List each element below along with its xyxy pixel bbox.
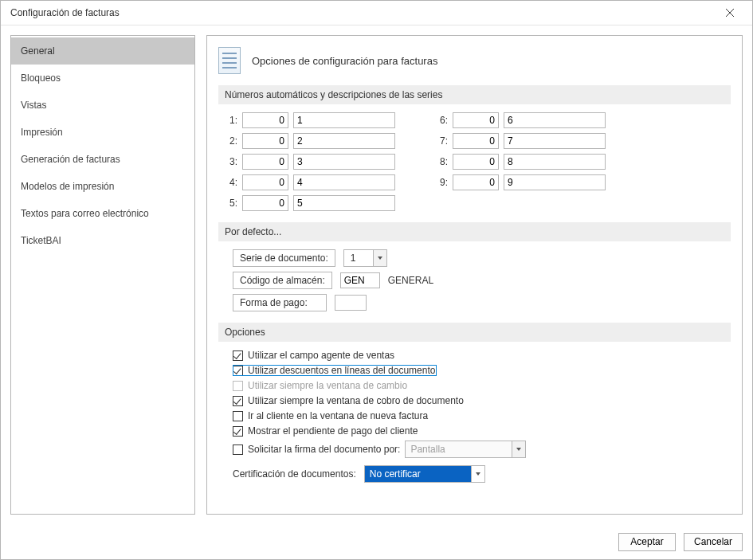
option-solicitar-firma[interactable]: Solicitar la firma del documento por: bbox=[233, 444, 400, 455]
option-label: Utilizar siempre la ventana de cambio bbox=[248, 380, 407, 391]
series-num-8[interactable] bbox=[453, 154, 499, 170]
option-label: Ir al cliente en la ventana de nueva fac… bbox=[248, 410, 428, 421]
chevron-down-icon bbox=[471, 466, 484, 482]
series-label-3: 3: bbox=[223, 156, 237, 167]
cert-value: No certificar bbox=[365, 466, 471, 482]
chevron-down-icon bbox=[512, 441, 525, 457]
series-grid: 1: 2: 3: 4: bbox=[218, 112, 731, 222]
sidebar-item-bloqueos[interactable]: Bloqueos bbox=[11, 65, 194, 92]
series-num-7[interactable] bbox=[453, 133, 499, 149]
series-row-8: 8: bbox=[433, 154, 606, 170]
series-row-2: 2: bbox=[223, 133, 395, 149]
series-num-2[interactable] bbox=[242, 133, 288, 149]
series-label-1: 1: bbox=[223, 115, 237, 126]
series-num-9[interactable] bbox=[453, 174, 499, 190]
option-label: Utilizar siempre la ventana de cobro de … bbox=[248, 395, 464, 406]
window-title: Configuración de facturas bbox=[10, 7, 714, 18]
series-desc-9[interactable] bbox=[504, 174, 606, 190]
option-solicitar-firma-row: Solicitar la firma del documento por: Pa… bbox=[233, 441, 726, 458]
sidebar-item-modelos[interactable]: Modelos de impresión bbox=[11, 173, 194, 200]
section-defaults-header: Por defecto... bbox=[218, 222, 731, 241]
ok-button[interactable]: Aceptar bbox=[618, 533, 676, 551]
option-ventana-cambio: Utilizar siempre la ventana de cambio bbox=[233, 380, 726, 391]
titlebar: Configuración de facturas bbox=[1, 1, 752, 25]
close-button[interactable] bbox=[714, 2, 746, 24]
document-icon bbox=[218, 47, 241, 74]
default-serie-value: 1 bbox=[344, 253, 373, 264]
series-label-2: 2: bbox=[223, 135, 237, 147]
series-desc-8[interactable] bbox=[504, 154, 606, 170]
checkbox-icon bbox=[233, 411, 243, 421]
chevron-down-icon bbox=[373, 250, 386, 266]
dialog-invoice-config: Configuración de facturas General Bloque… bbox=[0, 0, 753, 560]
checkbox-icon bbox=[233, 444, 243, 455]
sidebar-item-vistas[interactable]: Vistas bbox=[11, 92, 194, 119]
default-almacen-input[interactable] bbox=[340, 272, 380, 288]
series-row-4: 4: bbox=[223, 174, 395, 190]
sidebar-item-general[interactable]: General bbox=[11, 37, 194, 65]
series-label-7: 7: bbox=[433, 135, 448, 147]
cancel-button[interactable]: Cancelar bbox=[684, 533, 743, 551]
default-serie-combo[interactable]: 1 bbox=[343, 249, 387, 267]
series-row-3: 3: bbox=[223, 154, 395, 170]
checkbox-icon bbox=[233, 426, 243, 437]
sign-method-value: Pantalla bbox=[406, 441, 512, 457]
series-desc-4[interactable] bbox=[293, 174, 395, 190]
page-title: Opciones de configuración para facturas bbox=[252, 55, 437, 67]
option-mostrar-pendiente[interactable]: Mostrar el pendiente de pago del cliente bbox=[233, 425, 726, 437]
series-desc-1[interactable] bbox=[293, 112, 395, 128]
cert-combo[interactable]: No certificar bbox=[364, 465, 485, 483]
main-panel: Opciones de configuración para facturas … bbox=[206, 35, 743, 515]
sign-method-combo: Pantalla bbox=[405, 441, 526, 458]
series-row-7: 7: bbox=[433, 133, 606, 149]
series-desc-7[interactable] bbox=[504, 133, 606, 149]
checkbox-icon bbox=[233, 366, 243, 376]
series-label-8: 8: bbox=[433, 156, 448, 167]
default-almacen-desc: GENERAL bbox=[388, 275, 433, 286]
series-row-1: 1: bbox=[223, 112, 395, 128]
option-label: Utilizar descuentos en líneas del docume… bbox=[248, 365, 435, 376]
section-options-header: Opciones bbox=[218, 323, 731, 342]
sidebar-item-impresion[interactable]: Impresión bbox=[11, 119, 194, 146]
option-label: Utilizar el campo agente de ventas bbox=[248, 350, 394, 361]
series-desc-2[interactable] bbox=[293, 133, 395, 149]
series-label-6: 6: bbox=[433, 115, 448, 126]
series-row-6: 6: bbox=[433, 112, 606, 128]
series-desc-3[interactable] bbox=[293, 154, 395, 170]
sidebar-item-ticketbai[interactable]: TicketBAI bbox=[11, 227, 194, 254]
option-label: Mostrar el pendiente de pago del cliente bbox=[248, 425, 418, 437]
option-descuentos-lineas[interactable]: Utilizar descuentos en líneas del docume… bbox=[233, 365, 437, 376]
sidebar-item-generacion[interactable]: Generación de facturas bbox=[11, 146, 194, 173]
section-series-header: Números automáticos y descripciones de l… bbox=[218, 85, 731, 104]
series-desc-6[interactable] bbox=[504, 112, 606, 128]
sidebar-item-textos[interactable]: Textos para correo electrónico bbox=[11, 200, 194, 227]
series-num-3[interactable] bbox=[242, 154, 288, 170]
checkbox-icon bbox=[233, 396, 243, 406]
cert-label: Certificación de documentos: bbox=[233, 468, 356, 480]
option-label: Solicitar la firma del documento por: bbox=[248, 444, 400, 455]
series-desc-5[interactable] bbox=[293, 195, 395, 211]
series-label-9: 9: bbox=[433, 177, 448, 188]
default-formapago-input[interactable] bbox=[335, 295, 367, 311]
series-num-6[interactable] bbox=[453, 112, 499, 128]
option-agente-ventas[interactable]: Utilizar el campo agente de ventas bbox=[233, 350, 726, 361]
series-label-4: 4: bbox=[223, 177, 237, 188]
sidebar: General Bloqueos Vistas Impresión Genera… bbox=[10, 35, 195, 515]
checkbox-icon bbox=[233, 381, 243, 391]
option-ventana-cobro[interactable]: Utilizar siempre la ventana de cobro de … bbox=[233, 395, 726, 406]
series-num-4[interactable] bbox=[242, 174, 288, 190]
series-num-1[interactable] bbox=[242, 112, 288, 128]
option-ir-cliente[interactable]: Ir al cliente en la ventana de nueva fac… bbox=[233, 410, 726, 421]
dialog-footer: Aceptar Cancelar bbox=[1, 524, 752, 559]
series-label-5: 5: bbox=[223, 198, 237, 209]
default-formapago-label: Forma de pago: bbox=[233, 294, 327, 311]
checkbox-icon bbox=[233, 350, 243, 361]
series-num-5[interactable] bbox=[242, 195, 288, 211]
default-serie-label: Serie de documento: bbox=[233, 249, 335, 267]
default-almacen-label: Código de almacén: bbox=[233, 272, 332, 289]
series-row-5: 5: bbox=[223, 195, 395, 211]
series-row-9: 9: bbox=[433, 174, 606, 190]
close-icon bbox=[726, 9, 734, 17]
